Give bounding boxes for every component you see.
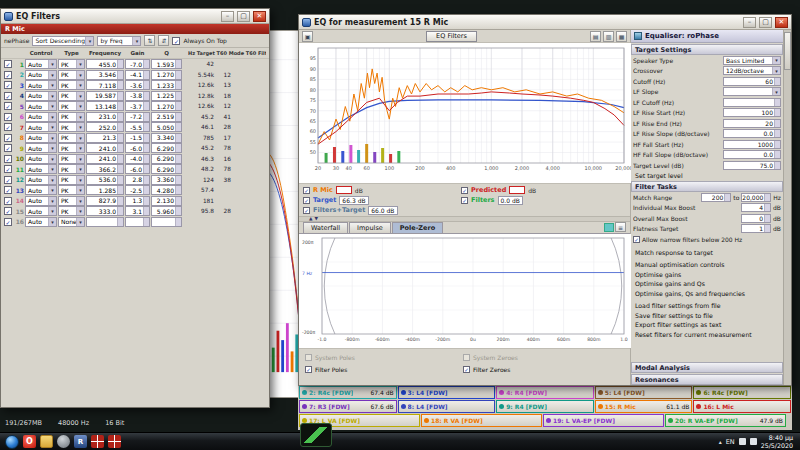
red-tile-icon-2[interactable] xyxy=(108,435,121,448)
filter-frequency-field[interactable]: 1.285 xyxy=(86,185,124,195)
task-value-field[interactable]: 0 xyxy=(741,214,771,223)
filter-type-select[interactable]: None xyxy=(58,217,85,227)
sort-descending-icon[interactable]: ⇵ xyxy=(158,35,169,46)
filter-q-field[interactable]: 3.360 xyxy=(151,175,182,185)
filter-q-field[interactable]: 4.280 xyxy=(151,185,182,195)
folder-icon[interactable] xyxy=(40,435,53,448)
filter-control-select[interactable]: Auto xyxy=(25,80,57,90)
filter-gain-field[interactable]: -2.5 xyxy=(125,185,150,195)
filter-type-select[interactable]: PK xyxy=(58,185,85,195)
measurement-button[interactable]: 9: R4 [FDW] xyxy=(496,400,594,413)
filter-q-field[interactable]: 6.290 xyxy=(151,164,182,174)
filter-control-select[interactable]: Auto xyxy=(25,175,57,185)
scrollbar-thumb[interactable] xyxy=(784,32,791,70)
spl-chart[interactable]: 50556065707580859095203040601002004001,0… xyxy=(299,43,631,183)
measurement-button[interactable]: 3: L4 [FDW] xyxy=(398,386,496,399)
filter-enable-checkbox[interactable]: ✓ xyxy=(4,218,12,226)
filter-gain-field[interactable]: 2.8 xyxy=(125,175,150,185)
eq-window-titlebar[interactable]: EQ for measurement 15 R Mic – ▢ ✕ xyxy=(299,15,791,30)
volume-icon[interactable] xyxy=(739,438,746,445)
action-reset-filters-for-current-measur[interactable]: Reset filters for current measurement xyxy=(631,330,783,340)
action-save-filter-settings-to-file[interactable]: Save filter settings to file xyxy=(631,311,783,321)
filter-type-select[interactable]: PK xyxy=(58,70,85,80)
filter-type-select[interactable]: PK xyxy=(58,122,85,132)
filter-frequency-field[interactable]: 536.0 xyxy=(86,175,124,185)
field-lf-rise-start-hz-[interactable]: 100 xyxy=(723,108,781,117)
close-icon[interactable]: ✕ xyxy=(775,17,788,28)
filter-type-select[interactable]: PK xyxy=(58,143,85,153)
filter-frequency-field[interactable]: 827.9 xyxy=(86,196,124,206)
modal-analysis-header[interactable]: Modal Analysis xyxy=(631,362,783,373)
clock[interactable]: 8:40 μμ 25/5/2020 xyxy=(761,434,795,450)
filters-titlebar[interactable]: EQ Filters – ▢ ✕ xyxy=(1,9,269,24)
layout-split-icon[interactable]: ▥ xyxy=(603,31,614,42)
filter-frequency-field[interactable] xyxy=(86,217,124,227)
filter-control-select[interactable]: Auto xyxy=(25,101,57,111)
field-lf-cutoff-hz-[interactable] xyxy=(723,98,781,107)
filter-control-select[interactable]: Auto xyxy=(25,206,57,216)
filter-enable-checkbox[interactable]: ✓ xyxy=(4,71,12,79)
legend-checkbox[interactable]: ✓ xyxy=(461,187,468,194)
filter-frequency-field[interactable]: 21.3 xyxy=(86,133,124,143)
match-range-to-field[interactable]: 20,000 xyxy=(741,193,771,202)
filter-enable-checkbox[interactable]: ✓ xyxy=(4,123,12,131)
filter-q-field[interactable]: 1.233 xyxy=(151,80,182,90)
filter-enable-checkbox[interactable]: ✓ xyxy=(4,134,12,142)
legend-offset-control[interactable] xyxy=(509,186,525,194)
filter-control-select[interactable]: Auto xyxy=(25,70,57,80)
filter-control-select[interactable]: Auto xyxy=(25,196,57,206)
opera-icon[interactable]: O xyxy=(23,435,36,448)
legend-checkbox[interactable]: ✓ xyxy=(303,187,310,194)
action-optimise-gains-qs-and-frequencie[interactable]: Optimise gains, Qs and frequencies xyxy=(631,289,783,299)
always-on-top-checkbox[interactable]: ✓ xyxy=(172,37,180,45)
filter-frequency-field[interactable]: 3.546 xyxy=(86,70,124,80)
filter-gain-field[interactable]: -6.0 xyxy=(125,164,150,174)
filter-type-select[interactable]: PK xyxy=(58,196,85,206)
minimize-icon[interactable]: – xyxy=(743,17,756,28)
polezero-checkbox[interactable]: ✓ xyxy=(463,366,470,373)
maximize-icon[interactable]: ▢ xyxy=(237,11,250,22)
filter-frequency-field[interactable]: 455.0 xyxy=(86,59,124,69)
filter-q-field[interactable]: 2.130 xyxy=(151,196,182,206)
measurement-button[interactable]: 5: L4 [FDW] xyxy=(595,386,693,399)
filter-type-select[interactable]: PK xyxy=(58,133,85,143)
filter-gain-field[interactable]: -7.0 xyxy=(125,59,150,69)
action-optimise-gains[interactable]: Optimise gains xyxy=(631,270,783,280)
filter-control-select[interactable]: Auto xyxy=(25,133,57,143)
trace-color-swatch[interactable] xyxy=(604,223,614,232)
sort-by-select[interactable]: by Freq xyxy=(97,36,141,46)
red-tile-icon[interactable] xyxy=(91,435,104,448)
field-cutoff-hz-[interactable]: 60 xyxy=(723,77,781,86)
sort-order-select[interactable]: Sort Descending xyxy=(32,36,94,46)
filter-frequency-field[interactable]: 241.0 xyxy=(86,154,124,164)
filter-tasks-header[interactable]: Filter Tasks xyxy=(631,181,783,192)
maximize-icon[interactable]: ▢ xyxy=(759,17,772,28)
filter-gain-field[interactable]: -4.0 xyxy=(125,154,150,164)
filter-type-select[interactable]: PK xyxy=(58,206,85,216)
filter-frequency-field[interactable]: 252.0 xyxy=(86,122,124,132)
filter-frequency-field[interactable]: 19.587 xyxy=(86,91,124,101)
filter-gain-field[interactable]: -1.5 xyxy=(125,133,150,143)
rew-icon[interactable]: R xyxy=(74,435,87,448)
filter-control-select[interactable]: Auto xyxy=(25,91,57,101)
measurement-button[interactable]: 16: L Mic xyxy=(693,400,791,413)
measurement-button[interactable]: 8: L4 [FDW] xyxy=(398,400,496,413)
start-button[interactable] xyxy=(5,435,19,449)
filter-gain-field[interactable]: -6.0 xyxy=(125,143,150,153)
polezero-checkbox[interactable]: ✓ xyxy=(305,366,312,373)
legend-checkbox[interactable]: ✓ xyxy=(303,197,310,204)
filter-control-select[interactable]: Auto xyxy=(25,143,57,153)
filter-enable-checkbox[interactable]: ✓ xyxy=(4,144,12,152)
filter-q-field[interactable]: 5.050 xyxy=(151,122,182,132)
measurement-button[interactable]: 18: R VA [FDW] xyxy=(421,414,542,427)
collapse-up-icon[interactable]: ▲ xyxy=(309,217,312,222)
collapse-down-icon[interactable]: ▼ xyxy=(314,217,317,222)
show-hidden-icons-icon[interactable]: ▴ xyxy=(719,438,722,445)
filter-q-field[interactable]: 5.960 xyxy=(151,206,182,216)
filter-frequency-field[interactable]: 333.0 xyxy=(86,206,124,216)
field-hf-fall-slope-db-octave-[interactable]: 0.0 xyxy=(723,150,781,159)
filter-q-field[interactable]: 1.225 xyxy=(151,91,182,101)
allow-narrow-checkbox[interactable]: ✓ xyxy=(633,236,640,243)
language-indicator[interactable]: EN xyxy=(726,438,735,446)
filter-q-field[interactable]: 2.519 xyxy=(151,112,182,122)
